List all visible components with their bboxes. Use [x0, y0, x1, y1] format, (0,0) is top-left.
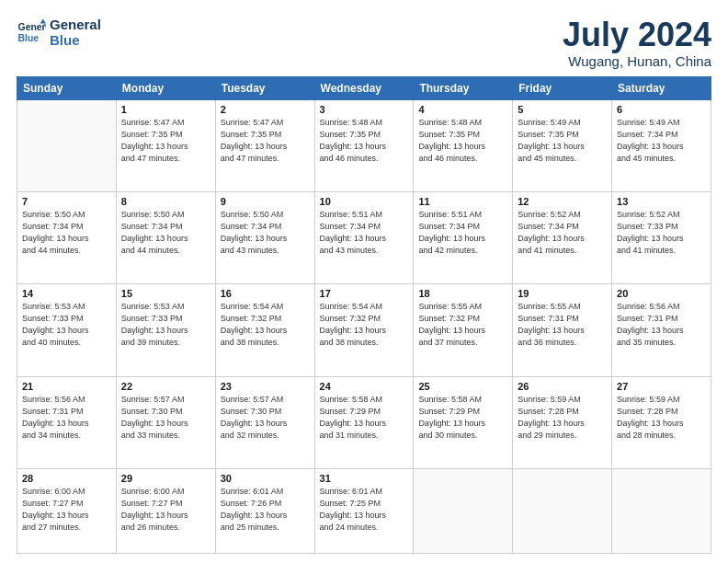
day-cell: 16Sunrise: 5:54 AM Sunset: 7:32 PM Dayli… — [215, 284, 314, 376]
day-info: Sunrise: 5:58 AM Sunset: 7:29 PM Dayligh… — [320, 394, 409, 442]
day-number: 26 — [518, 381, 607, 392]
day-cell: 21Sunrise: 5:56 AM Sunset: 7:31 PM Dayli… — [17, 376, 117, 468]
week-row-5: 28Sunrise: 6:00 AM Sunset: 7:27 PM Dayli… — [17, 468, 711, 553]
day-number: 31 — [320, 473, 409, 484]
day-number: 20 — [617, 288, 706, 299]
day-info: Sunrise: 5:51 AM Sunset: 7:34 PM Dayligh… — [418, 209, 507, 257]
svg-text:Blue: Blue — [18, 33, 40, 43]
day-number: 22 — [121, 381, 210, 392]
logo-blue: Blue — [50, 32, 101, 48]
day-number: 5 — [518, 104, 607, 115]
day-info: Sunrise: 5:58 AM Sunset: 7:29 PM Dayligh… — [418, 394, 507, 442]
day-cell: 17Sunrise: 5:54 AM Sunset: 7:32 PM Dayli… — [314, 284, 414, 376]
day-number: 12 — [518, 196, 607, 207]
day-info: Sunrise: 5:50 AM Sunset: 7:34 PM Dayligh… — [121, 209, 210, 257]
title-block: July 2024 Wugang, Hunan, China — [563, 17, 711, 69]
col-header-saturday: Saturday — [612, 76, 711, 99]
day-cell: 15Sunrise: 5:53 AM Sunset: 7:33 PM Dayli… — [116, 284, 215, 376]
day-cell: 12Sunrise: 5:52 AM Sunset: 7:34 PM Dayli… — [513, 191, 612, 283]
day-cell — [612, 468, 711, 553]
day-info: Sunrise: 6:01 AM Sunset: 7:26 PM Dayligh… — [221, 486, 310, 534]
day-number: 23 — [221, 381, 310, 392]
day-info: Sunrise: 5:54 AM Sunset: 7:32 PM Dayligh… — [320, 301, 409, 349]
day-number: 9 — [221, 196, 310, 207]
day-cell: 28Sunrise: 6:00 AM Sunset: 7:27 PM Dayli… — [17, 468, 117, 553]
day-info: Sunrise: 5:54 AM Sunset: 7:32 PM Dayligh… — [221, 301, 310, 349]
day-cell: 14Sunrise: 5:53 AM Sunset: 7:33 PM Dayli… — [17, 284, 117, 376]
day-number: 24 — [320, 381, 409, 392]
logo-icon: General Blue — [17, 17, 46, 47]
day-number: 2 — [221, 104, 310, 115]
day-cell: 25Sunrise: 5:58 AM Sunset: 7:29 PM Dayli… — [414, 376, 513, 468]
day-cell — [17, 99, 117, 191]
day-info: Sunrise: 6:00 AM Sunset: 7:27 PM Dayligh… — [22, 486, 111, 534]
day-number: 10 — [320, 196, 409, 207]
logo: General Blue General Blue — [17, 17, 101, 49]
day-number: 17 — [320, 288, 409, 299]
day-cell: 26Sunrise: 5:59 AM Sunset: 7:28 PM Dayli… — [513, 376, 612, 468]
day-info: Sunrise: 5:49 AM Sunset: 7:34 PM Dayligh… — [617, 117, 706, 165]
day-cell: 4Sunrise: 5:48 AM Sunset: 7:35 PM Daylig… — [414, 99, 513, 191]
day-number: 28 — [22, 473, 111, 484]
page: General Blue General Blue July 2024 Wuga… — [0, 0, 728, 563]
calendar-table: SundayMondayTuesdayWednesdayThursdayFrid… — [17, 76, 711, 554]
day-cell: 6Sunrise: 5:49 AM Sunset: 7:34 PM Daylig… — [612, 99, 711, 191]
day-info: Sunrise: 5:50 AM Sunset: 7:34 PM Dayligh… — [22, 209, 111, 257]
day-info: Sunrise: 5:53 AM Sunset: 7:33 PM Dayligh… — [121, 301, 210, 349]
day-info: Sunrise: 5:57 AM Sunset: 7:30 PM Dayligh… — [121, 394, 210, 442]
day-number: 29 — [121, 473, 210, 484]
day-cell: 8Sunrise: 5:50 AM Sunset: 7:34 PM Daylig… — [116, 191, 215, 283]
day-info: Sunrise: 5:48 AM Sunset: 7:35 PM Dayligh… — [418, 117, 507, 165]
day-info: Sunrise: 5:56 AM Sunset: 7:31 PM Dayligh… — [22, 394, 111, 442]
day-cell: 11Sunrise: 5:51 AM Sunset: 7:34 PM Dayli… — [414, 191, 513, 283]
day-number: 14 — [22, 288, 111, 299]
header: General Blue General Blue July 2024 Wuga… — [17, 17, 711, 69]
week-row-2: 7Sunrise: 5:50 AM Sunset: 7:34 PM Daylig… — [17, 191, 711, 283]
day-info: Sunrise: 5:51 AM Sunset: 7:34 PM Dayligh… — [320, 209, 409, 257]
svg-text:General: General — [18, 23, 46, 33]
day-cell: 27Sunrise: 5:59 AM Sunset: 7:28 PM Dayli… — [612, 376, 711, 468]
day-number: 13 — [617, 196, 706, 207]
day-info: Sunrise: 5:47 AM Sunset: 7:35 PM Dayligh… — [121, 117, 210, 165]
day-info: Sunrise: 5:55 AM Sunset: 7:31 PM Dayligh… — [518, 301, 607, 349]
day-info: Sunrise: 5:50 AM Sunset: 7:34 PM Dayligh… — [221, 209, 310, 257]
day-cell: 18Sunrise: 5:55 AM Sunset: 7:32 PM Dayli… — [414, 284, 513, 376]
day-cell: 19Sunrise: 5:55 AM Sunset: 7:31 PM Dayli… — [513, 284, 612, 376]
col-header-tuesday: Tuesday — [215, 76, 314, 99]
day-info: Sunrise: 6:01 AM Sunset: 7:25 PM Dayligh… — [320, 486, 409, 534]
day-info: Sunrise: 5:52 AM Sunset: 7:33 PM Dayligh… — [617, 209, 706, 257]
month-title: July 2024 — [563, 17, 711, 53]
day-info: Sunrise: 5:59 AM Sunset: 7:28 PM Dayligh… — [617, 394, 706, 442]
week-row-1: 1Sunrise: 5:47 AM Sunset: 7:35 PM Daylig… — [17, 99, 711, 191]
day-number: 18 — [418, 288, 507, 299]
day-number: 4 — [418, 104, 507, 115]
day-number: 16 — [221, 288, 310, 299]
day-number: 30 — [221, 473, 310, 484]
day-number: 7 — [22, 196, 111, 207]
day-number: 25 — [418, 381, 507, 392]
location: Wugang, Hunan, China — [563, 53, 711, 69]
col-header-wednesday: Wednesday — [314, 76, 414, 99]
week-row-3: 14Sunrise: 5:53 AM Sunset: 7:33 PM Dayli… — [17, 284, 711, 376]
day-cell: 29Sunrise: 6:00 AM Sunset: 7:27 PM Dayli… — [116, 468, 215, 553]
day-cell: 9Sunrise: 5:50 AM Sunset: 7:34 PM Daylig… — [215, 191, 314, 283]
day-info: Sunrise: 5:48 AM Sunset: 7:35 PM Dayligh… — [320, 117, 409, 165]
col-header-monday: Monday — [116, 76, 215, 99]
day-cell: 3Sunrise: 5:48 AM Sunset: 7:35 PM Daylig… — [314, 99, 414, 191]
day-info: Sunrise: 5:57 AM Sunset: 7:30 PM Dayligh… — [221, 394, 310, 442]
col-header-thursday: Thursday — [414, 76, 513, 99]
week-row-4: 21Sunrise: 5:56 AM Sunset: 7:31 PM Dayli… — [17, 376, 711, 468]
day-number: 1 — [121, 104, 210, 115]
day-info: Sunrise: 5:52 AM Sunset: 7:34 PM Dayligh… — [518, 209, 607, 257]
day-cell: 5Sunrise: 5:49 AM Sunset: 7:35 PM Daylig… — [513, 99, 612, 191]
day-cell: 10Sunrise: 5:51 AM Sunset: 7:34 PM Dayli… — [314, 191, 414, 283]
day-cell: 2Sunrise: 5:47 AM Sunset: 7:35 PM Daylig… — [215, 99, 314, 191]
day-number: 21 — [22, 381, 111, 392]
day-number: 15 — [121, 288, 210, 299]
day-number: 27 — [617, 381, 706, 392]
day-info: Sunrise: 5:55 AM Sunset: 7:32 PM Dayligh… — [418, 301, 507, 349]
day-number: 3 — [320, 104, 409, 115]
day-info: Sunrise: 5:53 AM Sunset: 7:33 PM Dayligh… — [22, 301, 111, 349]
col-header-sunday: Sunday — [17, 76, 117, 99]
day-cell — [513, 468, 612, 553]
